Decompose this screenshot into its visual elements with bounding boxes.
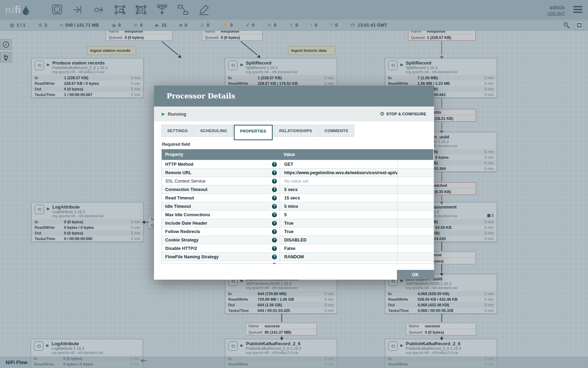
tab-relationships[interactable]: RELATIONSHIPS xyxy=(273,125,318,137)
property-name: FlowFile Naming Strategy xyxy=(165,254,219,259)
property-name-cell: SSL Context Service? xyxy=(162,177,280,185)
property-name: Disable HTTP/2 xyxy=(165,246,197,251)
property-name: Cookie Strategy xyxy=(165,238,198,243)
property-row: Read Timeout?15 secs xyxy=(162,193,433,202)
help-icon[interactable]: ? xyxy=(272,162,277,167)
dialog-tabs: SETTINGSSCHEDULINGPROPERTIESRELATIONSHIP… xyxy=(161,125,427,137)
property-name-cell: HTTP Method? xyxy=(162,160,280,168)
help-icon[interactable]: ? xyxy=(272,263,277,264)
property-name-cell: Include Date Header? xyxy=(162,219,280,227)
property-row: FlowFile Naming Strategy?RANDOM xyxy=(162,252,433,261)
property-value-cell[interactable]: No value set xyxy=(280,261,398,264)
running-icon: ▶ xyxy=(162,111,165,116)
property-name-cell: Read Timeout? xyxy=(162,194,280,202)
property-row: HTTP Method?GET xyxy=(162,160,433,168)
property-name-cell: Idle Timeout? xyxy=(162,202,280,210)
run-state-label: Running xyxy=(168,111,186,117)
property-name: SSL Context Service xyxy=(165,179,205,184)
property-value-cell[interactable]: 15 secs xyxy=(280,194,398,202)
property-name: Idle Timeout xyxy=(165,204,191,209)
properties-table: Property Value HTTP Method?GETRemote URL… xyxy=(161,149,434,264)
property-name-cell: Attributes to Send? xyxy=(162,261,280,264)
property-name: Read Timeout xyxy=(165,196,194,200)
property-value-cell[interactable]: GET xyxy=(280,160,398,168)
help-icon[interactable]: ? xyxy=(272,179,277,184)
property-name: Follow Redirects xyxy=(165,229,200,234)
property-name: HTTP Method xyxy=(165,162,193,167)
property-name: Connection Timeout xyxy=(165,187,208,192)
property-name-cell: Connection Timeout? xyxy=(162,185,280,193)
processor-details-dialog: Processor Details ▶ Running ⚙ STOP & CON… xyxy=(154,86,434,280)
help-icon[interactable]: ? xyxy=(272,254,277,259)
property-name-cell: Remote URL? xyxy=(162,169,280,177)
property-value-cell[interactable]: True xyxy=(280,219,398,227)
stop-and-configure-button[interactable]: ⚙ STOP & CONFIGURE xyxy=(380,111,426,117)
value-column-header: Value xyxy=(280,152,398,157)
dialog-status-bar: ▶ Running ⚙ STOP & CONFIGURE xyxy=(154,107,434,121)
property-row: Cookie Strategy?DISABLED xyxy=(162,236,433,244)
property-name-cell: Follow Redirects? xyxy=(162,227,280,236)
tab-settings[interactable]: SETTINGS xyxy=(161,125,194,137)
tab-scheduling[interactable]: SCHEDULING xyxy=(194,125,233,137)
property-row: Max Idle Connections?5 xyxy=(162,210,433,219)
property-name: Include Date Header xyxy=(165,221,207,226)
property-row: Connection Timeout?5 secs xyxy=(162,185,433,193)
dialog-title: Processor Details xyxy=(154,86,434,107)
required-field-note: Required field xyxy=(162,142,426,147)
property-value-cell[interactable]: True xyxy=(280,227,398,236)
property-value-cell[interactable]: 5 mins xyxy=(280,202,398,210)
property-value-cell[interactable]: RANDOM xyxy=(280,253,398,261)
ok-button[interactable]: OK xyxy=(397,270,434,280)
property-name-cell: Cookie Strategy? xyxy=(162,236,280,244)
property-name: Remote URL xyxy=(165,170,191,175)
property-row: Attributes to Send?No value set xyxy=(162,261,433,264)
property-name: Attributes to Send xyxy=(165,263,200,264)
tab-comments[interactable]: COMMENTS xyxy=(318,125,354,137)
property-row: Disable HTTP/2?False xyxy=(162,244,433,252)
property-name-cell: Disable HTTP/2? xyxy=(162,244,280,252)
help-icon[interactable]: ? xyxy=(272,229,277,234)
help-icon[interactable]: ? xyxy=(272,238,277,243)
gear-icon: ⚙ xyxy=(380,111,384,117)
property-name-cell: FlowFile Naming Strategy? xyxy=(162,253,280,261)
properties-table-body: HTTP Method?GETRemote URL?https://www.pe… xyxy=(162,160,433,264)
property-row: SSL Context Service?No value set xyxy=(162,177,433,185)
property-value-cell[interactable]: 5 secs xyxy=(280,185,398,193)
help-icon[interactable]: ? xyxy=(272,212,277,217)
property-name-cell: Max Idle Connections? xyxy=(162,211,280,219)
property-row: Include Date Header?True xyxy=(162,219,433,227)
property-value-cell[interactable]: No value set xyxy=(280,177,398,185)
property-row: Remote URL?https://www.pegelonline.wsv.d… xyxy=(162,168,433,177)
tab-properties[interactable]: PROPERTIES xyxy=(234,125,273,140)
property-value-cell[interactable]: https://www.pegelonline.wsv.de/webservic… xyxy=(280,169,398,177)
help-icon[interactable]: ? xyxy=(272,187,277,192)
help-icon[interactable]: ? xyxy=(272,246,277,251)
property-name: Max Idle Connections xyxy=(165,212,210,217)
property-value-cell[interactable]: False xyxy=(280,244,398,252)
help-icon[interactable]: ? xyxy=(272,196,277,200)
property-value-cell[interactable]: 5 xyxy=(280,211,398,219)
help-icon[interactable]: ? xyxy=(272,204,277,209)
property-column-header: Property xyxy=(162,152,280,157)
properties-table-header: Property Value xyxy=(162,149,433,160)
property-value-cell[interactable]: DISABLED xyxy=(280,236,398,244)
help-icon[interactable]: ? xyxy=(272,221,277,226)
property-row: Follow Redirects?True xyxy=(162,227,433,236)
help-icon[interactable]: ? xyxy=(272,170,277,175)
property-row: Idle Timeout?5 mins xyxy=(162,202,433,210)
